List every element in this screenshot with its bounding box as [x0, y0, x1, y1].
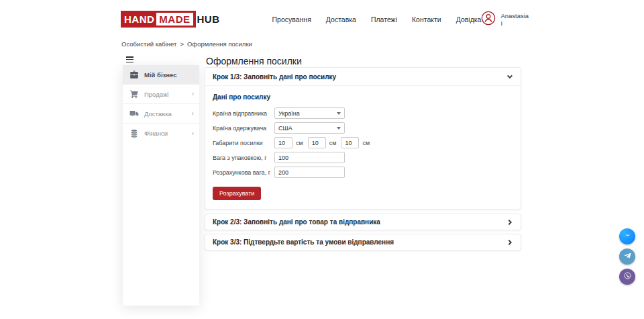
recipient-country-row: Країна одержувача США: [213, 122, 513, 134]
sidebar-item-finance[interactable]: Фінанси ›: [123, 124, 199, 143]
step-3-accordion-header[interactable]: Крок 3/3: Підтвердьте вартість та умови …: [205, 234, 521, 250]
step-1-title: Крок 1/3: Заповніть дані про посилку: [213, 73, 336, 81]
handmade-hub-logo[interactable]: HAND MADE HUB: [121, 11, 220, 28]
step-1-content: Дані про посилку Країна відправника Укра…: [205, 86, 521, 200]
user-name: Anastasia I: [500, 12, 529, 27]
dimensions-label: Габарити посилки: [213, 140, 274, 146]
breadcrumb-separator: >: [180, 40, 184, 48]
dimension-length-input[interactable]: [274, 137, 292, 148]
sidebar-item-label: Фінанси: [144, 130, 168, 137]
hamburger-icon[interactable]: [126, 56, 133, 62]
truck-icon: [129, 109, 139, 118]
page-title: Оформлення посилки: [206, 56, 302, 66]
dimension-unit-label: см: [362, 140, 370, 146]
person-circle-icon: [481, 11, 496, 28]
dimension-height-input[interactable]: [341, 137, 359, 148]
select-arrow-icon: [337, 127, 341, 130]
user-account-button[interactable]: Anastasia I: [481, 11, 529, 28]
parcel-data-section-title: Дані про посилку: [213, 93, 513, 101]
chevron-right-icon: [506, 236, 513, 248]
step-1-accordion-header[interactable]: Крок 1/3: Заповніть дані про посилку: [205, 68, 521, 86]
step-3-title: Крок 3/3: Підтвердьте вартість та умови …: [213, 238, 394, 246]
nav-item-payments[interactable]: Платежі: [371, 15, 397, 24]
viber-button[interactable]: [619, 269, 635, 285]
chevron-right-icon: ›: [192, 91, 194, 97]
dimensions-row: Габарити посилки см см см: [213, 137, 513, 148]
breadcrumb-current: Оформлення посилки: [187, 40, 252, 48]
telegram-icon: [623, 250, 632, 263]
breadcrumb-home[interactable]: Особистий кабінет: [121, 40, 176, 48]
messenger-button[interactable]: [619, 228, 635, 244]
sidebar-item-label: Мій бізнес: [144, 71, 176, 79]
calculated-weight-row: Розрахункова вага, г: [213, 167, 513, 178]
sidebar-item-delivery[interactable]: Доставка ›: [123, 104, 199, 124]
sender-country-value: Україна: [278, 110, 300, 117]
select-arrow-icon: [337, 112, 341, 115]
sender-country-row: Країна відправника Україна: [213, 107, 513, 119]
nav-item-promotion[interactable]: Просування: [272, 15, 311, 24]
messenger-icon: [623, 230, 632, 242]
top-header: HAND MADE HUB Просування Доставка Платеж…: [0, 0, 644, 38]
dimension-unit-label: см: [329, 140, 337, 146]
step-2-accordion-header[interactable]: Крок 2/3: Заповніть дані про товар та ві…: [205, 214, 521, 230]
sidebar-item-label: Доставка: [144, 110, 172, 118]
packed-weight-label: Вага з упаковкою, г: [213, 154, 274, 161]
logo-part-hub: HUB: [196, 13, 220, 25]
step-2-title: Крок 2/3: Заповніть дані про товар та ві…: [213, 218, 380, 226]
recipient-country-value: США: [278, 125, 292, 132]
dimension-width-input[interactable]: [308, 137, 326, 148]
breadcrumb: Особистий кабінет > Оформлення посилки: [121, 40, 252, 48]
coins-icon: [129, 129, 139, 138]
nav-item-contacts[interactable]: Контакти: [412, 15, 441, 24]
calculated-weight-input[interactable]: [274, 167, 345, 178]
recipient-country-select[interactable]: США: [274, 122, 345, 134]
sidebar-item-sales[interactable]: Продажі ›: [123, 85, 199, 104]
step-1-card: Крок 1/3: Заповніть дані про посилку Дан…: [205, 67, 521, 210]
telegram-button[interactable]: [619, 248, 635, 265]
nav-item-help[interactable]: Довідка: [456, 15, 482, 24]
sidebar: Мій бізнес Продажі › Доставка › Фінанси …: [123, 65, 199, 306]
recipient-country-label: Країна одержувача: [213, 125, 274, 132]
packed-weight-row: Вага з упаковкою, г: [213, 152, 513, 163]
step-2-card: Крок 2/3: Заповніть дані про товар та ві…: [205, 214, 521, 230]
briefcase-icon: [129, 70, 139, 79]
sender-country-select[interactable]: Україна: [274, 107, 345, 119]
calculate-button[interactable]: Розрахувати: [213, 187, 261, 200]
packed-weight-input[interactable]: [274, 152, 345, 163]
chevron-right-icon: ›: [192, 110, 194, 117]
logo-part-hand: HAND: [124, 13, 154, 25]
step-3-card: Крок 3/3: Підтвердьте вартість та умови …: [205, 234, 521, 250]
cart-icon: [129, 89, 139, 99]
viber-icon: [623, 271, 632, 283]
sender-country-label: Країна відправника: [213, 110, 274, 117]
main-nav: Просування Доставка Платежі Контакти Дов…: [272, 15, 482, 24]
chevron-right-icon: [506, 216, 513, 228]
logo-part-made: MADE: [156, 13, 193, 26]
chevron-right-icon: ›: [192, 130, 194, 137]
dimension-unit-label: см: [296, 140, 303, 146]
nav-item-delivery[interactable]: Доставка: [326, 15, 356, 24]
sidebar-item-label: Продажі: [144, 91, 168, 98]
chevron-down-icon: [506, 71, 513, 83]
sidebar-item-my-business[interactable]: Мій бізнес: [123, 65, 199, 85]
floating-social-buttons: [619, 228, 635, 285]
calculated-weight-label: Розрахункова вага, г: [213, 169, 274, 176]
